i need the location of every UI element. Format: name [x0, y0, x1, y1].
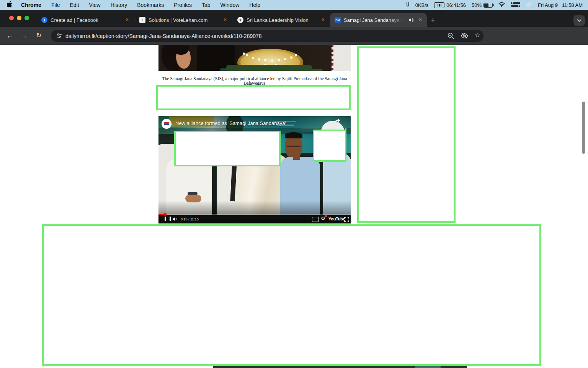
- tab-title: Create ad | Facebook: [51, 17, 121, 23]
- menu-item-view[interactable]: View: [84, 2, 106, 8]
- page-scrollbar-thumb[interactable]: [582, 102, 585, 154]
- volume-icon[interactable]: [172, 216, 178, 223]
- window-zoom-button[interactable]: [24, 16, 29, 20]
- network-rate-status[interactable]: 0KB/s: [415, 2, 429, 8]
- back-button[interactable]: ←: [4, 30, 16, 42]
- battery-percent-text: 50%: [472, 2, 482, 8]
- url-text: dailymirror.lk/caption-story/Samagi-Jana…: [65, 33, 262, 39]
- flower-garland: [226, 65, 312, 71]
- menu-item-profiles[interactable]: Profiles: [169, 2, 197, 8]
- wristwatch: [188, 192, 198, 195]
- site-settings-icon[interactable]: [56, 33, 62, 40]
- eye-off-icon[interactable]: [461, 32, 469, 41]
- tab-search-button[interactable]: [573, 15, 585, 26]
- progress-scrubber[interactable]: [164, 213, 167, 216]
- menu-item-help[interactable]: Help: [244, 2, 265, 8]
- menu-bar-date[interactable]: Fri Aug 9: [538, 2, 558, 8]
- photo-figure: [332, 45, 333, 71]
- window-close-button[interactable]: [9, 16, 14, 20]
- recording-timer-status[interactable]: 06:41:56: [434, 2, 466, 8]
- window-minimize-button[interactable]: [17, 16, 21, 20]
- channel-avatar[interactable]: [162, 119, 172, 129]
- apple-menu-icon[interactable]: [6, 1, 16, 9]
- channel-logo: [164, 122, 169, 125]
- apple-logo-icon: [7, 1, 12, 8]
- youtube-logo[interactable]: YouTube: [328, 217, 345, 221]
- tab-close-icon[interactable]: ×: [417, 16, 424, 23]
- browser-toolbar: ← → ↻ dailymirror.lk/caption-story/Samag…: [0, 27, 588, 45]
- macos-menu-bar: Chrome File Edit View History Bookmarks …: [0, 0, 588, 10]
- annotation-box-video-right: [313, 130, 346, 162]
- reload-button[interactable]: ↻: [33, 30, 45, 42]
- tab-separator: [232, 17, 232, 23]
- recording-icon: [434, 2, 444, 8]
- browser-tab-strip: f Create ad | Facebook × ↑ Solutions | V…: [0, 10, 588, 27]
- video-progress-bar[interactable]: [158, 214, 351, 215]
- tab-votelehan-solutions[interactable]: ↑ Solutions | VoteLehan.com ×: [135, 13, 232, 27]
- tab-close-icon[interactable]: ×: [222, 16, 229, 23]
- person-neck: [293, 154, 300, 160]
- annotation-box-sidebar-ad: [357, 46, 456, 223]
- annotation-box-bottom-region: [42, 224, 541, 366]
- address-bar[interactable]: dailymirror.lk/caption-story/Samagi-Jana…: [51, 30, 483, 42]
- tab-samagi-jana-sandanaya-active[interactable]: DM Samagi Jana Sandanaya A ×: [330, 13, 427, 27]
- tab-title: Sri Lanka Leadership Vision: [247, 17, 317, 23]
- eyeglasses: [287, 144, 301, 147]
- tab-create-ad-facebook[interactable]: f Create ad | Facebook ×: [37, 13, 134, 27]
- pause-button[interactable]: [165, 217, 171, 221]
- bookmark-star-icon[interactable]: ☆: [474, 31, 480, 39]
- photo-figure: [333, 45, 351, 71]
- menu-item-bookmarks[interactable]: Bookmarks: [132, 2, 169, 8]
- subtitles-icon[interactable]: [312, 217, 319, 222]
- control-center-icon[interactable]: [511, 2, 521, 8]
- menu-item-tab[interactable]: Tab: [197, 2, 216, 8]
- video-time-display: 0:18 / 11:15: [181, 217, 199, 221]
- chevron-down-icon: [577, 19, 581, 22]
- forward-button[interactable]: →: [18, 30, 30, 42]
- settings-hd-badge: [325, 215, 327, 217]
- fullscreen-icon[interactable]: [344, 217, 349, 223]
- menu-item-edit[interactable]: Edit: [65, 2, 84, 8]
- menu-bar-left: Chrome File Edit View History Bookmarks …: [0, 1, 265, 9]
- menu-item-history[interactable]: History: [106, 2, 132, 8]
- battery-icon: [483, 3, 493, 8]
- recording-timer-text: 06:41:56: [446, 2, 466, 8]
- page-content: The Samagi Jana Sandanaya (SJS), a major…: [0, 45, 588, 368]
- siri-icon[interactable]: [526, 2, 532, 8]
- zoom-out-icon[interactable]: [447, 32, 454, 41]
- facebook-favicon: f: [41, 17, 47, 23]
- battery-status[interactable]: 50%: [472, 2, 493, 8]
- menu-bar-clock[interactable]: 11:58 AM: [562, 2, 583, 8]
- tab-close-icon[interactable]: ×: [320, 16, 327, 23]
- tab-title: Samagi Jana Sandanaya A: [344, 17, 405, 23]
- menu-bar-status: 0KB/s 06:41:56 50% Fri Aug 9 11:58 AM: [406, 1, 588, 9]
- article-lead-photo: [158, 45, 351, 71]
- menu-item-window[interactable]: Window: [216, 2, 245, 8]
- wifi-icon[interactable]: [498, 2, 505, 8]
- lamp-candles: [246, 54, 248, 56]
- below-fold-content: [415, 366, 441, 368]
- peripheral-icon[interactable]: [406, 1, 410, 9]
- article-caption: The Samagi Jana Sandanaya (SJS), a major…: [158, 76, 351, 85]
- tab-close-icon[interactable]: ×: [124, 16, 131, 23]
- openai-favicon: ✳: [237, 17, 243, 23]
- tab-sri-lanka-leadership-vision[interactable]: ✳ Sri Lanka Leadership Vision ×: [233, 13, 330, 27]
- new-tab-button[interactable]: +: [428, 16, 438, 26]
- annotation-box-video-left: [174, 131, 281, 166]
- tab-audio-icon[interactable]: [408, 18, 414, 22]
- menu-item-file[interactable]: File: [46, 2, 65, 8]
- share-icon[interactable]: [334, 118, 341, 125]
- video-title[interactable]: New alliance formed as 'Samagi Jana Sand…: [175, 120, 286, 126]
- tab-title: Solutions | VoteLehan.com: [149, 17, 219, 23]
- dailymirror-favicon: DM: [335, 17, 341, 23]
- votelehan-favicon: ↑: [139, 17, 145, 23]
- youtube-player[interactable]: New alliance formed as 'Samagi Jana Sand…: [158, 116, 351, 223]
- annotation-box-ad-slot: [156, 85, 351, 110]
- menu-item-chrome[interactable]: Chrome: [16, 2, 46, 8]
- tab-separator: [134, 17, 134, 23]
